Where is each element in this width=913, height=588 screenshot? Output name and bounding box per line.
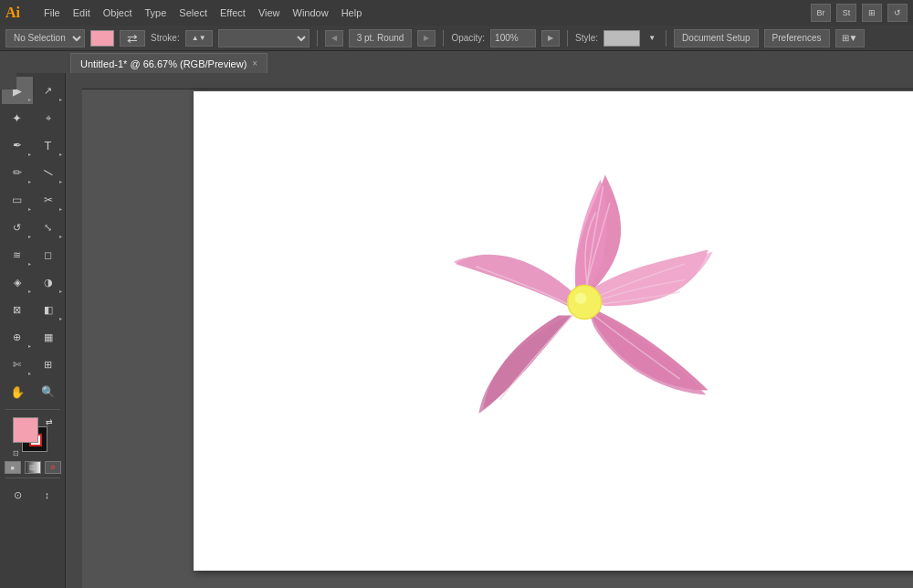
hand-tool[interactable]: ✋ — [2, 378, 33, 405]
main-area: ▶▸ ↗▸ ✦ ⌖ ✒▸ T▸ ✏▸ \▸ — [0, 73, 913, 588]
opacity-label: Opacity: — [451, 33, 485, 43]
stroke-dash-left: ◀ — [325, 30, 343, 47]
preferences-button[interactable]: Preferences — [764, 29, 830, 47]
tool-row-10: ⊕▸ ▦ — [2, 323, 64, 351]
tab-title: Untitled-1* @ 66.67% (RGB/Preview) — [80, 58, 247, 69]
menu-select[interactable]: Select — [173, 5, 213, 20]
eyedropper-tool[interactable]: ⊕▸ — [2, 323, 33, 351]
free-transform-tool[interactable]: ◻ — [33, 241, 64, 268]
titlebar: Ai File Edit Object Type Select Effect V… — [0, 0, 913, 26]
tool-row-2: ✦ ⌖ — [2, 104, 64, 131]
reset-colors-icon[interactable]: ⊡ — [13, 449, 19, 457]
style-dropdown-arrow[interactable]: ▼ — [645, 30, 658, 47]
workspace-icon[interactable]: ⊞ — [862, 4, 882, 22]
scissors-tool[interactable]: ✄▸ — [2, 351, 33, 378]
warp-tool[interactable]: ≋▸ — [2, 241, 33, 268]
menu-file[interactable]: File — [38, 5, 66, 20]
canvas-area: // rendered via inline tick generation b… — [66, 73, 913, 588]
magic-wand-tool[interactable]: ✦ — [2, 104, 33, 131]
stroke-up-down[interactable]: ▲▼ — [185, 30, 213, 47]
menu-type[interactable]: Type — [140, 5, 173, 20]
tool-row-7: ≋▸ ◻ — [2, 241, 64, 268]
tool-row-12: ✋ 🔍 — [2, 378, 64, 405]
zoom-tool[interactable]: 🔍 — [33, 378, 64, 405]
tool-row-4: ✏▸ \▸ — [2, 159, 64, 186]
style-label: Style: — [575, 33, 598, 43]
swap-colors-icon[interactable]: ⇄ — [46, 417, 53, 426]
gradient-btn[interactable]: ▨ — [25, 461, 41, 474]
stroke-weight-select[interactable] — [218, 29, 310, 47]
menu-help[interactable]: Help — [336, 5, 368, 20]
menu-effect[interactable]: Effect — [215, 5, 251, 20]
tools-panel: ▶▸ ↗▸ ✦ ⌖ ✒▸ T▸ ✏▸ \▸ — [0, 73, 66, 588]
solid-color-btn[interactable]: ■ — [5, 461, 21, 474]
stroke-arrow-btn[interactable]: ⇄ — [120, 30, 145, 47]
ruler-horizontal: // rendered via inline tick generation b… — [66, 73, 913, 89]
stock-icon[interactable]: St — [836, 4, 856, 22]
pen-tool[interactable]: ✒▸ — [2, 131, 33, 159]
selection-dropdown[interactable]: No Selection — [5, 29, 85, 47]
opacity-input[interactable] — [490, 29, 536, 47]
bridge-icon[interactable]: Br — [811, 4, 831, 22]
measure-tool[interactable]: ▦ — [33, 323, 64, 351]
lasso-tool[interactable]: ⌖ — [33, 104, 64, 131]
rotate-tool[interactable]: ↺▸ — [2, 214, 33, 241]
menu-view[interactable]: View — [253, 5, 286, 20]
style-swatch[interactable] — [603, 30, 640, 47]
tools-divider2 — [5, 478, 60, 478]
tool-row-6: ↺▸ ⤡▸ — [2, 214, 64, 241]
opacity-arrow[interactable]: ▶ — [541, 30, 560, 47]
tool-row-5: ▭▸ ✂▸ — [2, 186, 64, 214]
svg-rect-1 — [66, 73, 82, 588]
color-squares: ⇄ ⊡ — [13, 417, 53, 457]
tab-close-button[interactable]: × — [252, 58, 257, 68]
document-setup-button[interactable]: Document Setup — [674, 29, 759, 47]
menu-edit[interactable]: Edit — [68, 5, 96, 20]
artboard — [194, 91, 913, 571]
app-logo: Ai — [5, 5, 31, 21]
stroke-dash-right: ▶ — [417, 30, 436, 47]
rectangle-tool[interactable]: ▭▸ — [2, 186, 33, 214]
tool-row-3: ✒▸ T▸ — [2, 131, 64, 159]
svg-point-3 — [575, 293, 586, 304]
tool-row-9: ⊠ ◧▸ — [2, 296, 64, 323]
direct-selection-tool[interactable]: ↗▸ — [33, 77, 64, 104]
color-section: ⇄ ⊡ — [2, 417, 64, 457]
tool-row-8: ◈▸ ◑▸ — [2, 268, 64, 296]
symbol-sprayer-tool[interactable]: ◈▸ — [2, 268, 33, 296]
stroke-style-display[interactable]: 3 pt. Round — [349, 29, 413, 47]
optionsbar: No Selection ⇄ Stroke: ▲▼ ◀ 3 pt. Round … — [0, 26, 913, 51]
tabbar: Untitled-1* @ 66.67% (RGB/Preview) × — [0, 51, 913, 73]
knife-tool[interactable]: ✂▸ — [33, 186, 64, 214]
menu-window[interactable]: Window — [288, 5, 334, 20]
stroke-label: Stroke: — [151, 33, 180, 43]
color-mode-row: ■ ▨ ⊘ — [2, 461, 64, 474]
type-tool[interactable]: T▸ — [33, 131, 64, 159]
fill-swatch[interactable] — [90, 30, 114, 47]
menubar: File Edit Object Type Select Effect View… — [38, 5, 367, 20]
workspace-switch-btn[interactable]: ⊞▼ — [835, 29, 865, 47]
line-tool[interactable]: \▸ — [33, 159, 64, 186]
fill-color[interactable] — [13, 417, 38, 443]
ruler-vertical — [66, 73, 82, 588]
none-btn[interactable]: ⊘ — [45, 461, 61, 474]
flower-artwork — [404, 119, 750, 484]
scale-tool[interactable]: ⤡▸ — [33, 214, 64, 241]
menu-object[interactable]: Object — [98, 5, 138, 20]
title-icons: Br St ⊞ ↺ — [811, 4, 908, 22]
mesh-tool[interactable]: ⊠ — [2, 296, 33, 323]
ruler-corner — [0, 73, 16, 89]
view-mode-row: ⊙ ↕ — [2, 486, 64, 504]
blend-tool[interactable]: ◑▸ — [33, 268, 64, 296]
change-screen-mode-btn[interactable]: ⊙ — [7, 486, 29, 504]
artboard-tool[interactable]: ⊞ — [33, 351, 64, 378]
svg-rect-0 — [66, 73, 913, 89]
sync-icon[interactable]: ↺ — [887, 4, 908, 22]
toggle-view-btn[interactable]: ↕ — [37, 486, 58, 504]
gradient-tool[interactable]: ◧▸ — [33, 296, 64, 323]
tool-row-11: ✄▸ ⊞ — [2, 351, 64, 378]
document-tab[interactable]: Untitled-1* @ 66.67% (RGB/Preview) × — [70, 53, 268, 73]
tools-divider — [5, 409, 60, 410]
pencil-tool[interactable]: ✏▸ — [2, 159, 33, 186]
